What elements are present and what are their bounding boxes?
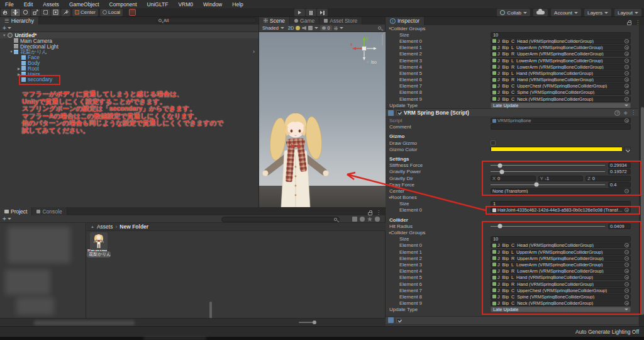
project-search-input[interactable]: [221, 217, 340, 222]
tab-hierarchy[interactable]: ☰Hierarchy: [0, 16, 39, 25]
project-folder-tree[interactable]: [0, 223, 86, 318]
drag-force-slider[interactable]: [491, 182, 605, 188]
object-picker-icon[interactable]: [625, 90, 629, 94]
layout-dropdown[interactable]: Layout: [614, 9, 641, 16]
collider-groups-foldout[interactable]: ▼Collider Groups: [386, 25, 638, 31]
sprite-packer-icon[interactable]: [352, 217, 357, 222]
help-icon[interactable]: ?: [614, 110, 620, 116]
menu-item[interactable]: Edit: [19, 1, 38, 8]
move-tool-icon[interactable]: [11, 9, 20, 16]
eyedropper-icon[interactable]: [624, 147, 631, 152]
auto-generate-lighting-label[interactable]: Auto Generate Lighting Off: [575, 329, 639, 335]
object-field[interactable]: J_Bip_L_LowerArm (VRMSpringBoneColliderG…: [491, 58, 631, 64]
collider-groups-foldout[interactable]: ▼Collider Groups: [386, 229, 638, 235]
component-header[interactable]: VRM Spring Bone (Script) ? ≑ ⋮: [386, 108, 638, 117]
object-field[interactable]: J_Bip_R_Hand (VRMSpringBoneColliderGroup…: [491, 77, 631, 82]
breadcrumb-current[interactable]: New Folder: [119, 224, 148, 230]
object-picker-icon[interactable]: [625, 118, 629, 123]
tab-console[interactable]: Console: [32, 207, 67, 215]
object-picker-icon[interactable]: [625, 71, 629, 76]
object-picker-icon[interactable]: [625, 295, 629, 299]
kebab-menu-icon[interactable]: ⋮: [631, 111, 636, 115]
tab-inspector[interactable]: i Inspector: [386, 16, 425, 25]
layers-dropdown[interactable]: Layers: [584, 9, 611, 16]
object-picker-icon[interactable]: [625, 65, 629, 69]
drag-force-value[interactable]: 0.4: [608, 182, 631, 188]
object-picker-icon[interactable]: [625, 97, 629, 101]
transform-tool-icon[interactable]: [51, 9, 60, 16]
hand-tool-icon[interactable]: [1, 9, 10, 16]
snap-tool-icon[interactable]: [129, 9, 136, 16]
lighting-toggle-icon[interactable]: [296, 26, 300, 30]
gravity-x-field[interactable]: X0: [491, 176, 536, 181]
hierarchy-search-input[interactable]: All: [156, 18, 257, 23]
center-object-field[interactable]: None (Transform): [491, 188, 631, 194]
presets-icon[interactable]: ≑: [623, 110, 628, 116]
object-picker-icon[interactable]: [625, 45, 629, 50]
root-bones-foldout[interactable]: ▼Root Bones: [386, 195, 638, 201]
object-field[interactable]: J_Bip_C_Spine (VRMSpringBoneColliderGrou…: [491, 89, 631, 95]
account-dropdown[interactable]: Account: [551, 9, 581, 16]
object-field[interactable]: J_Bip_C_Spine (VRMSpringBoneColliderGrou…: [491, 294, 631, 300]
cloud-button[interactable]: [533, 9, 548, 16]
stiffness-value[interactable]: 0.29934: [608, 162, 631, 168]
scale-tool-icon[interactable]: [31, 9, 40, 16]
root-bone-object-field[interactable]: HairJoint-4335c462-142d-44e3-a583-0b0c12…: [491, 207, 631, 213]
visibility-icon[interactable]: [375, 217, 380, 222]
step-button[interactable]: [317, 9, 328, 16]
size-field[interactable]: 10: [491, 236, 631, 242]
tab-asset-store[interactable]: Asset Store: [319, 16, 362, 25]
chevron-down-icon[interactable]: [8, 218, 11, 220]
object-picker-icon[interactable]: [625, 250, 629, 254]
inspector-scrollbar[interactable]: [639, 25, 644, 326]
tab-scene[interactable]: Scene: [259, 16, 290, 25]
object-field[interactable]: J_Bip_L_UpperArm (VRMSpringBoneColliderG…: [491, 45, 631, 50]
rotate-tool-icon[interactable]: [21, 9, 30, 16]
object-picker-icon[interactable]: [625, 189, 629, 193]
chevron-down-icon[interactable]: [8, 27, 11, 29]
object-picker-icon[interactable]: [625, 301, 629, 305]
hierarchy-item[interactable]: secondary: [0, 77, 258, 82]
gravity-y-field[interactable]: Y-1: [538, 176, 584, 181]
tree-scrollbar[interactable]: [209, 302, 212, 319]
2d-toggle[interactable]: 2D: [288, 25, 294, 31]
chevron-down-icon[interactable]: [340, 27, 343, 29]
stiffness-slider[interactable]: [491, 162, 605, 168]
object-field[interactable]: J_Bip_R_LowerArm (VRMSpringBoneColliderG…: [491, 268, 631, 274]
object-picker-icon[interactable]: [625, 59, 629, 63]
scene-search-icon[interactable]: [378, 26, 381, 30]
tab-project[interactable]: Project: [0, 207, 32, 215]
pivot-toggle[interactable]: Center: [72, 9, 98, 16]
object-field[interactable]: J_Bip_R_UpperArm (VRMSpringBoneColliderG…: [491, 256, 631, 261]
next-component-header-partial[interactable]: [386, 316, 638, 325]
shading-mode-dropdown[interactable]: Shaded: [260, 25, 286, 31]
effects-toggle-icon[interactable]: [308, 26, 313, 30]
create-add-button[interactable]: +: [3, 26, 6, 31]
gizmos-dropdown-icon[interactable]: [334, 26, 338, 30]
kebab-menu-icon[interactable]: ⋮: [635, 21, 640, 25]
object-picker-icon[interactable]: [625, 77, 629, 82]
component-enabled-checkbox[interactable]: [396, 110, 401, 115]
menu-item[interactable]: File: [0, 1, 19, 8]
update-type-dropdown[interactable]: Late Update: [491, 307, 631, 312]
object-field[interactable]: J_Bip_C_Neck (VRMSpringBoneColliderGroup…: [491, 300, 631, 306]
menu-item[interactable]: UniGLTF: [142, 1, 174, 8]
object-field[interactable]: J_Bip_C_Neck (VRMSpringBoneColliderGroup…: [491, 96, 631, 102]
custom-tool-icon[interactable]: [61, 9, 70, 16]
object-field[interactable]: J_Bip_L_LowerArm (VRMSpringBoneColliderG…: [491, 262, 631, 268]
script-field[interactable]: VRMSpringBone: [491, 118, 631, 123]
object-field[interactable]: J_Bip_R_LowerArm (VRMSpringBoneColliderG…: [491, 64, 631, 70]
menu-item[interactable]: Component: [104, 1, 142, 8]
audio-toggle-icon[interactable]: [302, 26, 306, 30]
object-picker-icon[interactable]: [625, 84, 629, 88]
hit-radius-value[interactable]: 0.0409: [608, 224, 631, 229]
asset-item[interactable]: 花梨かりん: [87, 234, 111, 258]
object-field[interactable]: J_Bip_C_Head (VRMSpringBoneColliderGroup…: [491, 242, 631, 248]
hit-radius-slider[interactable]: [491, 224, 605, 229]
gizmo-color-swatch[interactable]: [491, 147, 623, 152]
play-button[interactable]: [294, 9, 305, 16]
menu-item[interactable]: VRM0: [173, 1, 198, 8]
root-bones-size-field[interactable]: 1: [491, 201, 631, 207]
foldout-arrow-icon[interactable]: ▼: [9, 50, 14, 54]
scene-viewport[interactable]: x y ≡Iso: [259, 32, 386, 207]
